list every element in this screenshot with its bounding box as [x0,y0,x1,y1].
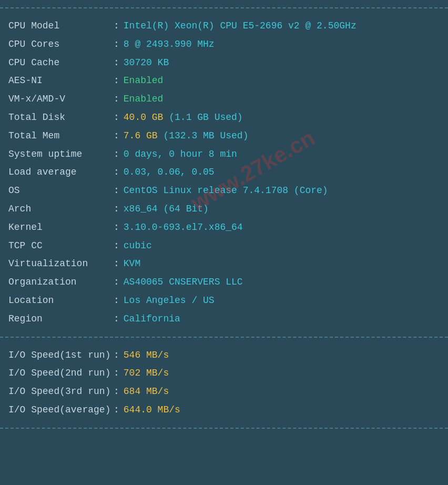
row-value: California [124,311,180,327]
colon: : [114,128,119,144]
table-row: Kernel : 3.10.0-693.el7.x86_64 [8,218,440,237]
row-value: 702 MB/s [124,366,169,381]
row-label: TCP CC [8,238,114,254]
colon: : [114,183,119,198]
colon: : [114,110,119,125]
row-label: I/O Speed(1st run) [8,348,114,363]
table-row: Load average : 0.03, 0.06, 0.05 [8,163,440,181]
colon: : [114,293,119,308]
table-row: Region : California [8,310,440,328]
row-label: Arch [8,201,114,217]
row-value: 0 days, 0 hour 8 min [124,147,237,162]
mem-used: (132.3 MB Used) [163,130,248,141]
bottom-divider [0,428,448,429]
table-row: CPU Cores : 8 @ 2493.990 MHz [8,35,440,54]
table-row: CPU Cache : 30720 KB [8,54,440,72]
table-row: AES-NI : Enabled [8,72,440,90]
row-label: System uptime [8,147,114,162]
row-value: Intel(R) Xeon(R) CPU E5-2696 v2 @ 2.50GH… [124,18,357,34]
row-label: AES-NI [8,73,114,88]
table-row: CPU Model : Intel(R) Xeon(R) CPU E5-2696… [8,17,440,35]
table-row: I/O Speed(average) : 644.0 MB/s [8,401,440,419]
row-label: CPU Cores [8,37,114,52]
row-label: VM-x/AMD-V [8,92,114,107]
row-label: Total Mem [8,128,114,144]
row-label: Kernel [8,220,114,235]
row-label: Location [8,293,114,308]
row-label: I/O Speed(2nd run) [8,366,114,381]
middle-divider [0,337,448,338]
row-label: Organization [8,275,114,290]
table-row: I/O Speed(3rd run) : 684 MB/s [8,382,440,401]
row-label: I/O Speed(average) [8,402,114,418]
colon: : [114,73,119,88]
system-info-section: CPU Model : Intel(R) Xeon(R) CPU E5-2696… [0,12,448,334]
colon: : [114,366,119,381]
colon: : [114,165,119,180]
colon: : [114,348,119,363]
row-value: cubic [124,238,152,254]
table-row: Total Disk : 40.0 GB (1.1 GB Used) [8,108,440,127]
colon: : [114,275,119,290]
colon: : [114,147,119,162]
top-divider [0,7,448,8]
row-value: 3.10.0-693.el7.x86_64 [124,220,243,235]
row-label: CPU Model [8,18,114,34]
row-value: 7.6 GB (132.3 MB Used) [124,128,249,144]
colon: : [114,55,119,70]
table-row: TCP CC : cubic [8,237,440,255]
row-value: CentOS Linux release 7.4.1708 (Core) [124,183,328,198]
io-speed-section: I/O Speed(1st run) : 546 MB/s I/O Speed(… [0,341,448,425]
colon: : [114,220,119,235]
disk-size: 40.0 GB [124,112,164,123]
colon: : [114,311,119,327]
row-value: x86_64 (64 Bit) [124,201,209,217]
colon: : [114,402,119,418]
disk-used: (1.1 GB Used) [169,112,242,123]
mem-size: 7.6 GB [124,130,158,141]
row-value: KVM [124,256,140,271]
row-value: Enabled [124,73,164,88]
row-value: 0.03, 0.06, 0.05 [124,165,215,180]
row-label: OS [8,183,114,198]
colon: : [114,384,119,399]
table-row: Organization : AS40065 CNSERVERS LLC [8,273,440,291]
colon: : [114,256,119,271]
colon: : [114,37,119,52]
row-value: Los Angeles / US [124,293,215,308]
row-label: Load average [8,165,114,180]
row-label: CPU Cache [8,55,114,70]
table-row: System uptime : 0 days, 0 hour 8 min [8,145,440,164]
row-label: I/O Speed(3rd run) [8,384,114,399]
table-row: Arch : x86_64 (64 Bit) [8,200,440,218]
table-row: I/O Speed(1st run) : 546 MB/s [8,346,440,365]
table-row: Total Mem : 7.6 GB (132.3 MB Used) [8,127,440,145]
row-value: 684 MB/s [124,384,169,399]
row-value: 644.0 MB/s [124,402,180,418]
table-row: OS : CentOS Linux release 7.4.1708 (Core… [8,181,440,200]
row-value: 8 @ 2493.990 MHz [124,37,215,52]
row-value: 546 MB/s [124,348,169,363]
row-value: 40.0 GB (1.1 GB Used) [124,110,243,125]
row-value: Enabled [124,92,164,107]
table-row: Location : Los Angeles / US [8,291,440,310]
colon: : [114,18,119,34]
colon: : [114,201,119,217]
row-label: Region [8,311,114,327]
colon: : [114,92,119,107]
row-value: AS40065 CNSERVERS LLC [124,275,243,290]
row-label: Total Disk [8,110,114,125]
table-row: I/O Speed(2nd run) : 702 MB/s [8,364,440,382]
row-value: 30720 KB [124,55,169,70]
colon: : [114,238,119,254]
table-row: Virtualization : KVM [8,255,440,273]
table-row: VM-x/AMD-V : Enabled [8,90,440,108]
row-label: Virtualization [8,256,114,271]
